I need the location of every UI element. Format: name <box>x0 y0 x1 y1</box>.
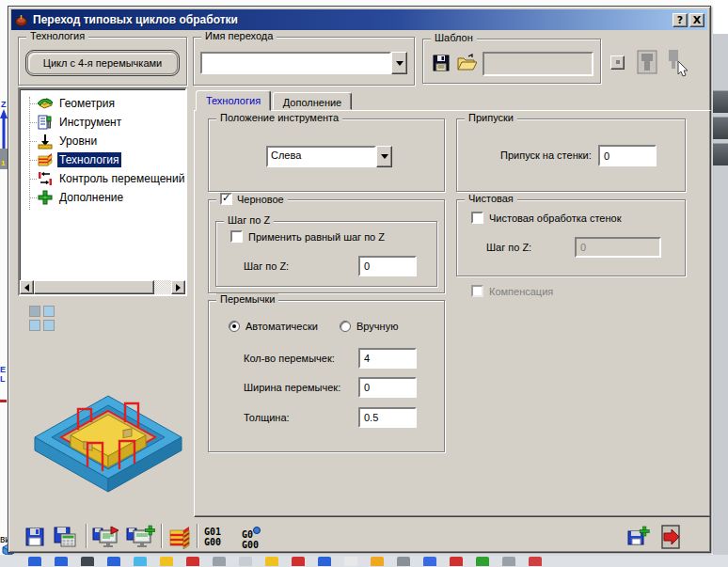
toolbar-separator <box>161 524 163 548</box>
motion-control-icon <box>37 170 54 187</box>
taskbar-icon-fragment <box>450 557 463 566</box>
equal-zstep-checkbox[interactable] <box>230 230 243 243</box>
export-program-button[interactable] <box>91 524 123 550</box>
tree-item-motion-control[interactable]: Контроль перемещений <box>20 169 185 188</box>
wall-finishing-label: Чистовая обработка стенок <box>489 213 622 224</box>
svg-text:Z: Z <box>1 100 7 109</box>
tool-holder-icon-disabled[interactable] <box>635 48 659 76</box>
roughing-checkbox[interactable] <box>220 193 232 205</box>
triangle-right-icon <box>176 284 181 291</box>
gcode-bottom: G00 <box>204 537 221 547</box>
tool-position-dropdown-button[interactable] <box>376 146 392 167</box>
tree-item-label[interactable]: Дополнение <box>57 190 125 205</box>
svg-text:1: 1 <box>1 159 6 167</box>
tool-icon <box>37 114 54 131</box>
transition-name-label: Имя перехода <box>201 30 277 41</box>
taskbar-icon-fragment <box>265 557 278 566</box>
tool-position-combobox[interactable]: Слева <box>266 146 392 167</box>
tree-item-label[interactable]: Инструмент <box>57 115 123 130</box>
taskbar-icon-fragment <box>239 557 252 566</box>
scrollbar-track[interactable] <box>34 280 171 294</box>
tree-item-tool[interactable]: Инструмент <box>20 113 185 132</box>
bridges-thickness-input[interactable] <box>358 407 417 428</box>
save-calc-button[interactable] <box>52 524 78 550</box>
toolbar-separator <box>197 524 198 548</box>
pick-tool-icon-disabled[interactable] <box>665 48 691 78</box>
taskbar-icon-fragment <box>502 557 515 566</box>
template-name-field[interactable] <box>483 52 593 76</box>
transition-name-value[interactable] <box>200 52 391 74</box>
transition-name-dropdown-button[interactable] <box>391 52 407 74</box>
roughing-header: Черновое <box>216 193 288 205</box>
gcode-linear-button[interactable]: G01 G00 <box>204 527 221 547</box>
rough-zstep-label: Шаг по Z: <box>244 260 289 272</box>
tree-item-addition[interactable]: Дополнение <box>20 188 185 207</box>
technology-icon <box>37 151 54 168</box>
background-left-strip <box>0 0 8 567</box>
tree-item-geometry[interactable]: Геометрия <box>20 94 185 113</box>
taskbar-icon-fragment <box>423 557 436 566</box>
exit-icon <box>658 524 683 550</box>
tree-horizontal-scrollbar[interactable] <box>20 280 185 294</box>
add-program-button[interactable] <box>125 524 157 550</box>
scrollbar-thumb[interactable] <box>34 280 154 294</box>
compensation-checkbox[interactable] <box>471 285 483 297</box>
tree-item-technology[interactable]: Технология <box>20 150 185 169</box>
template-group-label: Шаблон <box>431 32 477 43</box>
tree-item-label[interactable]: Технология <box>57 152 121 167</box>
tree-item-label[interactable]: Геометрия <box>57 96 117 111</box>
exit-button[interactable] <box>657 524 684 550</box>
transition-name-combobox[interactable] <box>200 52 407 74</box>
taskbar-icon-fragment <box>186 557 199 566</box>
square-icon <box>43 306 55 317</box>
bridges-manual-radio[interactable] <box>340 321 351 332</box>
bridges-count-input[interactable] <box>358 348 417 369</box>
wall-allowance-input[interactable] <box>598 145 657 166</box>
tab-label: Дополнение <box>283 97 341 108</box>
background-bar <box>713 143 728 165</box>
wall-finishing-row: Чистовая обработка стенок <box>471 212 622 224</box>
title-bar[interactable]: Переход типовых циклов обработки ? X <box>11 9 707 30</box>
taskbar-icon-fragment <box>28 557 41 566</box>
taskbar-icon-fragment <box>529 557 542 566</box>
equal-zstep-label: Применить равный шаг по Z <box>248 231 385 243</box>
addition-icon <box>37 189 54 206</box>
close-button[interactable]: X <box>689 13 704 27</box>
scroll-right-button[interactable] <box>171 280 185 294</box>
cycle-preview-image <box>29 381 187 509</box>
tree-item-levels[interactable]: Уровни <box>20 132 185 150</box>
help-button[interactable]: ? <box>673 13 688 27</box>
bridges-auto-radio[interactable] <box>229 321 240 332</box>
small-dot-button[interactable] <box>610 55 625 70</box>
tab-addition[interactable]: Дополнение <box>273 92 352 110</box>
export-program-icon <box>92 525 122 549</box>
equal-zstep-row: Применить равный шаг по Z <box>230 230 385 243</box>
taskbar-icon-fragment <box>292 557 305 566</box>
compensation-row: Компенсация <box>471 285 553 297</box>
save-button[interactable] <box>22 524 48 550</box>
tab-label: Технология <box>206 95 261 106</box>
tree-item-label[interactable]: Контроль перемещений <box>57 171 186 186</box>
template-save-icon[interactable] <box>432 54 451 72</box>
taskbar-icon-fragment <box>344 557 357 566</box>
template-open-icon[interactable] <box>456 54 477 72</box>
taskbar-icon-fragment <box>371 557 384 566</box>
rough-zstep-input[interactable] <box>358 256 417 276</box>
gcode-rapid-button[interactable]: G0 G00 <box>242 527 261 550</box>
scroll-left-button[interactable] <box>20 280 34 294</box>
layers-button[interactable] <box>166 524 193 550</box>
triangle-left-icon <box>24 284 29 291</box>
background-toolbar-strip <box>0 555 728 567</box>
background-right-strip <box>713 0 728 567</box>
tool-position-value[interactable]: Слева <box>266 146 376 167</box>
tab-technology[interactable]: Технология <box>196 90 271 111</box>
wall-finishing-checkbox[interactable] <box>471 212 483 224</box>
tree-item-label[interactable]: Уровни <box>57 134 99 149</box>
bridges-width-input[interactable] <box>358 377 417 398</box>
bridges-auto-label: Автоматически <box>245 321 318 332</box>
bridges-label: Перемычки <box>216 293 278 305</box>
save-new-button[interactable] <box>625 524 652 550</box>
cycle-type-button[interactable]: Цикл с 4-я перемычками <box>25 50 180 76</box>
finish-zstep-input[interactable] <box>575 237 661 258</box>
levels-icon <box>37 133 54 150</box>
